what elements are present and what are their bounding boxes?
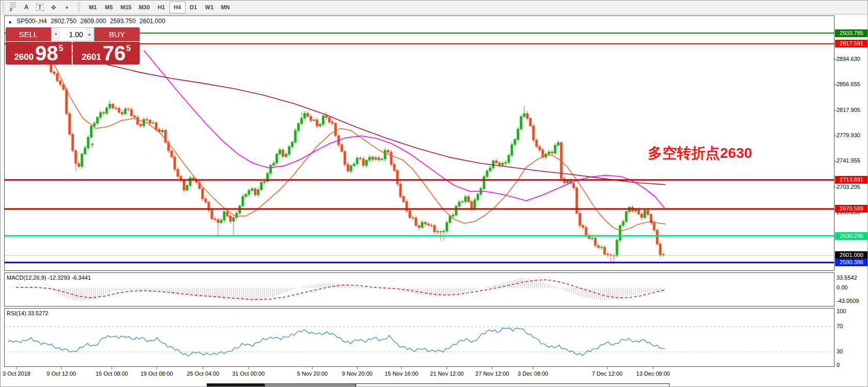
sell-price-big: 98 bbox=[35, 43, 58, 63]
mt4-chart-window: FAT❖▾ M1M5M15M30H1H4D1W1MN †† ▲ SP500-,H… bbox=[0, 0, 868, 387]
candles-down bbox=[13, 51, 661, 264]
chart-object-mark: † bbox=[650, 219, 653, 225]
chart-ohlc-header: ▲ SP500-,H4 2602.750 2609.000 2593.750 2… bbox=[8, 18, 168, 25]
high-value: 2609.000 bbox=[80, 18, 106, 25]
price-level-badge: 2590.386 bbox=[835, 259, 868, 266]
open-value: 2602.750 bbox=[51, 18, 76, 25]
sell-price-small: 2600 bbox=[14, 52, 34, 63]
ma-fast-line bbox=[52, 60, 665, 231]
price-level-badge: 2713.891 bbox=[835, 176, 868, 184]
up-arrow-icon: ▲ bbox=[88, 32, 92, 37]
symbol-period-label: SP500-,H4 bbox=[16, 18, 47, 25]
volume-decrease-button[interactable]: ▼ bbox=[52, 28, 60, 41]
buy-price-big: 76 bbox=[103, 43, 126, 63]
rsi-indicator-label: RSI(14) 33.5272 bbox=[7, 310, 48, 316]
price-level-badge: 2670.589 bbox=[835, 205, 868, 213]
chart-text-annotation[interactable]: 多空转折点2630 bbox=[648, 143, 752, 163]
price-level-badge: 2601.000 bbox=[835, 251, 868, 259]
pane-border bbox=[5, 309, 834, 367]
sell-price-tile[interactable]: 2600985 bbox=[6, 42, 72, 64]
price-level-badge: 2917.591 bbox=[835, 40, 868, 47]
volume-increase-button[interactable]: ▲ bbox=[85, 28, 94, 41]
buy-price-small: 2601 bbox=[81, 52, 101, 63]
chart-object-mark: † bbox=[91, 142, 94, 148]
low-value: 2593.750 bbox=[110, 18, 136, 25]
macd-signal-line bbox=[16, 280, 665, 299]
sell-button[interactable]: SELL bbox=[6, 27, 51, 41]
volume-spinner: ▼ ▲ bbox=[51, 27, 94, 41]
one-click-trading-panel: SELL ▼ ▲ BUY 2600985 2601765 bbox=[6, 27, 140, 64]
sell-price-sup: 5 bbox=[59, 42, 63, 52]
buy-price-tile[interactable]: 2601765 bbox=[73, 42, 140, 64]
buy-price-sup: 5 bbox=[126, 42, 131, 52]
close-value: 2601.000 bbox=[140, 18, 165, 25]
ma-mid-line bbox=[144, 50, 665, 209]
candles-up bbox=[10, 50, 664, 257]
down-arrow-icon: ▼ bbox=[54, 32, 58, 37]
buy-button[interactable]: BUY bbox=[94, 27, 140, 41]
price-level-badge: 2933.785 bbox=[835, 29, 868, 37]
macd-indicator-label: MACD(12,26,9) -12.3293 -6.3441 bbox=[7, 275, 91, 281]
volume-input[interactable] bbox=[60, 28, 85, 41]
price-level-badge: 2630.295 bbox=[835, 232, 868, 240]
panel-collapse-arrow-icon[interactable]: ▲ bbox=[8, 19, 12, 24]
